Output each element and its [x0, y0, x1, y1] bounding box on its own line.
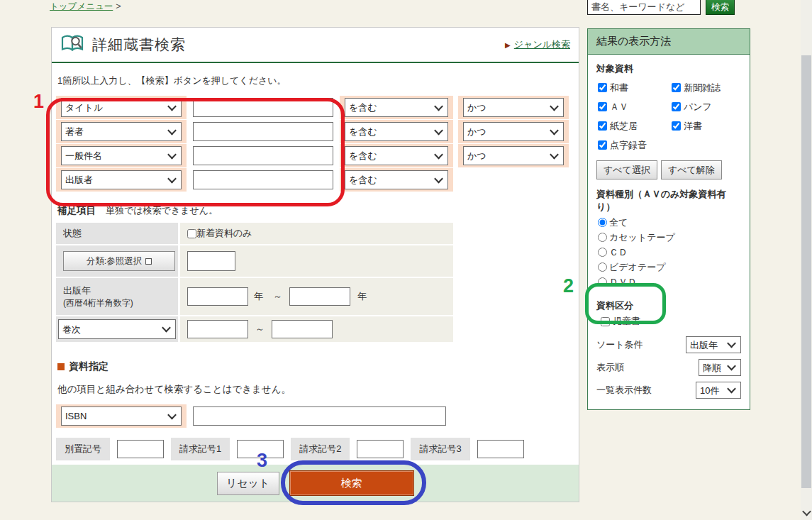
type-dvd-radio[interactable] [598, 277, 607, 287]
display-order-select[interactable]: 降順 [699, 359, 741, 376]
operator-select-wrap: かつ [463, 98, 564, 117]
match-select-4[interactable]: を含む [345, 170, 448, 189]
tenji-checkbox[interactable] [598, 140, 607, 150]
operator-select-3[interactable]: かつ [463, 146, 564, 165]
genre-arrow-icon: ▶ [505, 41, 511, 49]
clear-all-button[interactable]: すべて解除 [661, 160, 722, 179]
match-select-1[interactable]: を含む [345, 98, 448, 117]
breadcrumb-top-menu-link[interactable]: トップメニュー [50, 1, 113, 11]
classification-row: 分類:参照選択 [56, 245, 453, 277]
target-option-yosho[interactable]: 洋書 [672, 116, 741, 135]
field-select-4[interactable]: 出版者 [61, 170, 182, 189]
panfu-checkbox[interactable] [672, 102, 681, 111]
operator-select-1[interactable]: かつ [463, 98, 564, 117]
shelf-code-label: 別置記号 [56, 438, 110, 460]
type-video-radio[interactable] [598, 262, 607, 272]
search-row-publisher: 出版者 を含む [56, 168, 579, 192]
isbn-input[interactable] [193, 406, 446, 426]
target-option-washo[interactable]: 和書 [598, 78, 672, 97]
keyword-input-2[interactable] [193, 122, 333, 141]
reset-button[interactable]: リセット [217, 472, 279, 495]
select-all-button[interactable]: すべて選択 [596, 160, 657, 179]
division-option-children[interactable]: 児童書 [601, 314, 741, 328]
field-select-1[interactable]: タイトル [61, 98, 182, 117]
shinbun-checkbox[interactable] [672, 83, 681, 92]
classification-reference-button[interactable]: 分類:参照選択 [63, 251, 175, 271]
supplement-table: 状態 新着資料のみ 分類:参照選択 出版年 (西暦4桁半角数字) [56, 223, 453, 342]
scrollbar-down-arrow[interactable] [801, 506, 812, 519]
target-option-av[interactable]: ＡＶ [598, 97, 672, 116]
call-number-3-input[interactable] [477, 440, 524, 458]
volume-select[interactable]: 巻次 [58, 319, 176, 339]
type-option-dvd[interactable]: ＤＶＤ [598, 275, 741, 289]
volume-tilde: ～ [255, 323, 265, 336]
match-select-3[interactable]: を含む [345, 146, 448, 165]
type-all-radio[interactable] [598, 218, 607, 227]
detail-search-panel: 詳細蔵書検索 ▶ ジャンル検索 1箇所以上入力し、【検索】ボタンを押してください… [51, 27, 579, 502]
annotation-number-1: 1 [33, 91, 44, 113]
field-select-3[interactable]: 一般件名 [61, 146, 182, 165]
material-heading: 資料指定 [57, 360, 579, 373]
sidebar-title: 結果の表示方法 [588, 29, 750, 55]
type-cd-radio[interactable] [598, 248, 607, 257]
quick-search-button[interactable]: 検索 [706, 0, 735, 15]
operator-select-wrap: かつ [463, 122, 564, 141]
status-label: 状態 [56, 223, 178, 244]
type-option-video[interactable]: ビデオテープ [598, 260, 741, 275]
new-materials-checkbox[interactable] [187, 229, 196, 238]
book-search-icon [60, 34, 86, 56]
target-materials-grid: 和書 新聞雑誌 ＡＶ パンフ 紙芝居 洋書 点字録音 [598, 78, 741, 155]
material-type-label: 資料種別（ＡＶのみ対象資料有り） [596, 188, 741, 214]
search-button[interactable]: 検索 [289, 470, 414, 496]
target-option-shinbun[interactable]: 新聞雑誌 [672, 78, 741, 97]
list-count-select[interactable]: 10件 [696, 382, 741, 399]
target-option-panfu[interactable]: パンフ [672, 97, 741, 116]
sort-condition-label: ソート条件 [596, 338, 643, 351]
keyword-input-4[interactable] [193, 170, 333, 189]
sort-condition-select[interactable]: 出版年 [686, 336, 741, 353]
genre-search-link[interactable]: ジャンル検索 [514, 38, 570, 51]
children-books-checkbox[interactable] [601, 317, 610, 326]
call-number-1-input[interactable] [237, 440, 284, 458]
field-select-wrap: 著者 [61, 122, 182, 141]
call-number-3-label: 請求記号3 [411, 438, 469, 460]
target-option-kamishibai[interactable]: 紙芝居 [598, 116, 672, 135]
scrollbar-thumb[interactable] [801, 55, 811, 488]
page-title: 詳細蔵書検索 [92, 35, 186, 55]
sort-select-wrap: 出版年 [686, 336, 741, 353]
keyword-input-3[interactable] [193, 146, 333, 165]
operator-select-2[interactable]: かつ [463, 122, 564, 141]
year-tilde: ～ [273, 290, 282, 303]
type-cassette-radio[interactable] [598, 233, 607, 242]
order-select-wrap: 降順 [699, 359, 741, 376]
vertical-scrollbar [801, 0, 812, 520]
type-option-cassette[interactable]: カセットテープ [598, 230, 741, 245]
shelf-code-input[interactable] [117, 440, 164, 458]
search-row-subject: 一般件名 を含む かつ [56, 144, 579, 167]
yosho-checkbox[interactable] [672, 121, 681, 131]
pub-year-to-input[interactable] [289, 287, 350, 306]
match-select-wrap: を含む [345, 170, 448, 189]
pub-year-from-input[interactable] [187, 287, 248, 306]
kamishibai-checkbox[interactable] [598, 121, 607, 131]
quick-search-input[interactable] [587, 0, 701, 15]
target-option-tenji[interactable]: 点字録音 [598, 135, 672, 155]
breadcrumb: トップメニュー> [50, 1, 121, 13]
call-number-2-label: 請求記号2 [291, 438, 350, 460]
volume-select-wrap: 巻次 [58, 319, 176, 339]
call-number-2-input[interactable] [357, 440, 404, 458]
type-option-cd[interactable]: ＣＤ [598, 245, 741, 260]
isbn-select[interactable]: ISBN [61, 406, 182, 426]
volume-to-input[interactable] [272, 320, 333, 338]
search-instruction: 1箇所以上入力し、【検索】ボタンを押してください。 [57, 74, 579, 87]
match-select-2[interactable]: を含む [345, 122, 448, 141]
classification-input[interactable] [187, 251, 235, 271]
volume-from-input[interactable] [187, 320, 248, 338]
washo-checkbox[interactable] [598, 83, 607, 92]
keyword-input-1[interactable] [193, 98, 333, 117]
field-select-2[interactable]: 著者 [61, 122, 182, 141]
type-option-all[interactable]: 全て [598, 215, 741, 230]
av-checkbox[interactable] [598, 102, 607, 111]
material-note: 他の項目と組み合わせて検索することはできません。 [57, 383, 579, 396]
result-display-sidebar: 結果の表示方法 対象資料 和書 新聞雑誌 ＡＶ パンフ 紙芝居 洋書 点字録音 … [587, 28, 750, 410]
